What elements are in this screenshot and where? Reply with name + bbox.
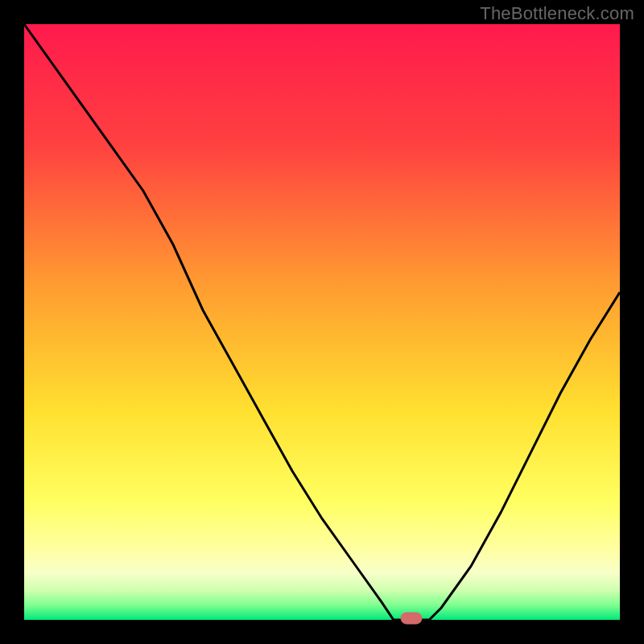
chart-frame: TheBottleneck.com bbox=[0, 0, 644, 644]
bottleneck-marker bbox=[401, 613, 422, 624]
gradient-background bbox=[24, 24, 620, 620]
bottleneck-curve-chart bbox=[0, 0, 644, 644]
